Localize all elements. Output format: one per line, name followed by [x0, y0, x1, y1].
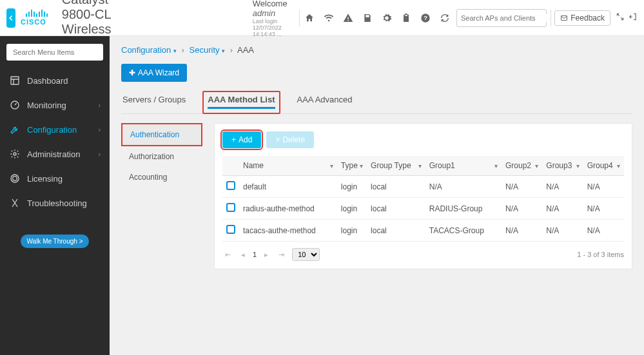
- chevron-right-icon: ›: [99, 126, 101, 133]
- tab-servers-groups[interactable]: Servers / Groups: [121, 91, 187, 113]
- gear-icon[interactable]: [380, 12, 393, 24]
- filter-icon[interactable]: ▾: [617, 162, 620, 169]
- chevron-right-icon: ›: [99, 151, 101, 158]
- menu-search[interactable]: [6, 44, 103, 61]
- pager-next-button[interactable]: ▸: [262, 249, 271, 260]
- plus-icon: +: [231, 135, 236, 144]
- cell-name: tacacs-authe-method: [239, 220, 337, 242]
- cell-g1: N/A: [425, 176, 502, 198]
- subtab-accounting[interactable]: Accounting: [121, 167, 202, 187]
- cell-name: default: [239, 176, 337, 198]
- subtab-authorization[interactable]: Authorization: [121, 146, 202, 167]
- main-content: Configuration ▾ › Security ▾ › AAA ✚ AAA…: [110, 36, 644, 355]
- welcome-text: Welcome admin: [253, 0, 288, 18]
- delete-button[interactable]: × Delete: [266, 131, 314, 148]
- pager-size-select[interactable]: 10: [292, 248, 320, 261]
- table-pager: ⇤ ◂ 1 ▸ ⇥ 10 1 - 3 of 3 items: [222, 248, 624, 261]
- global-search[interactable]: [456, 9, 547, 27]
- warning-icon[interactable]: [342, 12, 355, 24]
- table-row[interactable]: radius-authe-methodloginlocalRADIUS-Grou…: [222, 198, 624, 220]
- filter-icon[interactable]: ▾: [418, 162, 422, 169]
- tools-icon: [9, 197, 21, 209]
- sidebar-item-configuration[interactable]: Configuration›: [0, 117, 110, 142]
- cell-g1: RADIUS-Group: [425, 198, 502, 220]
- svg-text:?: ?: [424, 15, 427, 21]
- pager-first-button[interactable]: ⇤: [222, 249, 233, 260]
- global-search-input[interactable]: [461, 14, 550, 22]
- fullscreen-icon[interactable]: [616, 12, 625, 24]
- sidebar-item-label: Licensing: [27, 174, 63, 184]
- cell-g3: N/A: [542, 220, 583, 242]
- tab-aaa-advanced[interactable]: AAA Advanced: [296, 91, 354, 113]
- arrow-left-icon: [6, 14, 15, 23]
- main-tabs: Servers / Groups AAA Method List AAA Adv…: [121, 91, 632, 114]
- cell-gtype: local: [367, 198, 425, 220]
- sidebar-item-troubleshooting[interactable]: Troubleshooting: [0, 191, 110, 215]
- breadcrumb-link-security[interactable]: Security ▾: [190, 45, 226, 55]
- table-row[interactable]: defaultloginlocalN/AN/AN/AN/A: [222, 176, 624, 198]
- column-header[interactable]: Group4▾: [583, 156, 624, 176]
- dashboard-icon: [9, 75, 21, 86]
- row-checkbox[interactable]: [226, 181, 235, 190]
- help-icon[interactable]: ?: [419, 12, 432, 24]
- logout-icon[interactable]: [629, 12, 638, 24]
- gear-icon: [9, 148, 21, 160]
- filter-icon[interactable]: ▾: [535, 162, 538, 169]
- pager-info-text: 1 - 3 of 3 items: [577, 251, 624, 258]
- cell-type: login: [337, 198, 367, 220]
- sidebar-item-label: Administration: [27, 149, 80, 159]
- menu-search-input[interactable]: [13, 48, 102, 56]
- add-button[interactable]: + Add: [222, 131, 261, 148]
- feedback-button[interactable]: Feedback: [554, 10, 610, 26]
- content-panel: + Add × Delete Name▾Type▾Group Type▾Grou…: [214, 123, 632, 269]
- sidebar-item-monitoring[interactable]: Monitoring›: [0, 93, 110, 117]
- sub-tabs: Authentication Authorization Accounting: [121, 123, 202, 187]
- cell-g1: TACACS-Group: [425, 220, 502, 242]
- pager-prev-button[interactable]: ◂: [239, 249, 248, 260]
- cell-type: login: [337, 220, 367, 242]
- breadcrumb-link-configuration[interactable]: Configuration ▾: [121, 45, 177, 55]
- column-header[interactable]: Group1▾: [425, 156, 502, 176]
- filter-icon[interactable]: ▾: [494, 162, 498, 169]
- cell-gtype: local: [367, 176, 425, 198]
- svg-point-9: [13, 177, 17, 181]
- sidebar-item-label: Configuration: [27, 125, 77, 135]
- x-icon: ×: [275, 135, 280, 144]
- subtab-authentication[interactable]: Authentication: [121, 123, 202, 146]
- column-header[interactable]: Group Type▾: [367, 156, 425, 176]
- breadcrumb: Configuration ▾ › Security ▾ › AAA: [121, 45, 632, 55]
- sidebar: DashboardMonitoring›Configuration›Admini…: [0, 36, 110, 355]
- column-header[interactable]: Type▾: [337, 156, 367, 176]
- wrench-icon: [9, 124, 21, 135]
- filter-icon[interactable]: ▾: [330, 162, 333, 169]
- cisco-logo: CISCO: [21, 10, 53, 26]
- walk-me-through-button[interactable]: Walk Me Through >: [21, 235, 90, 248]
- back-button[interactable]: [6, 8, 15, 28]
- wireless-icon[interactable]: [322, 12, 335, 24]
- clipboard-icon[interactable]: [400, 12, 413, 24]
- column-header[interactable]: Group2▾: [502, 156, 542, 176]
- save-icon[interactable]: [361, 12, 374, 24]
- table-row[interactable]: tacacs-authe-methodloginlocalTACACS-Grou…: [222, 220, 624, 242]
- breadcrumb-current: AAA: [237, 45, 254, 55]
- pager-last-button[interactable]: ⇥: [276, 249, 287, 260]
- gauge-icon: [9, 99, 21, 111]
- sidebar-item-licensing[interactable]: Licensing: [0, 166, 110, 191]
- column-header[interactable]: Group3▾: [542, 156, 583, 176]
- aaa-wizard-button[interactable]: ✚ AAA Wizard: [121, 64, 187, 82]
- row-checkbox[interactable]: [226, 225, 235, 234]
- row-checkbox[interactable]: [226, 203, 235, 212]
- tab-aaa-method-list[interactable]: AAA Method List: [202, 91, 280, 114]
- refresh-icon[interactable]: [438, 12, 451, 24]
- sidebar-item-dashboard[interactable]: Dashboard: [0, 68, 110, 93]
- sidebar-item-label: Dashboard: [27, 76, 68, 86]
- home-icon[interactable]: [303, 12, 316, 24]
- pager-page-number: 1: [253, 251, 257, 258]
- column-header[interactable]: Name▾: [239, 156, 337, 176]
- cell-name: radius-authe-method: [239, 198, 337, 220]
- filter-icon[interactable]: ▾: [576, 162, 580, 169]
- svg-rect-5: [11, 77, 19, 84]
- svg-point-8: [11, 175, 19, 182]
- sidebar-item-administration[interactable]: Administration›: [0, 142, 110, 166]
- filter-icon[interactable]: ▾: [360, 162, 363, 169]
